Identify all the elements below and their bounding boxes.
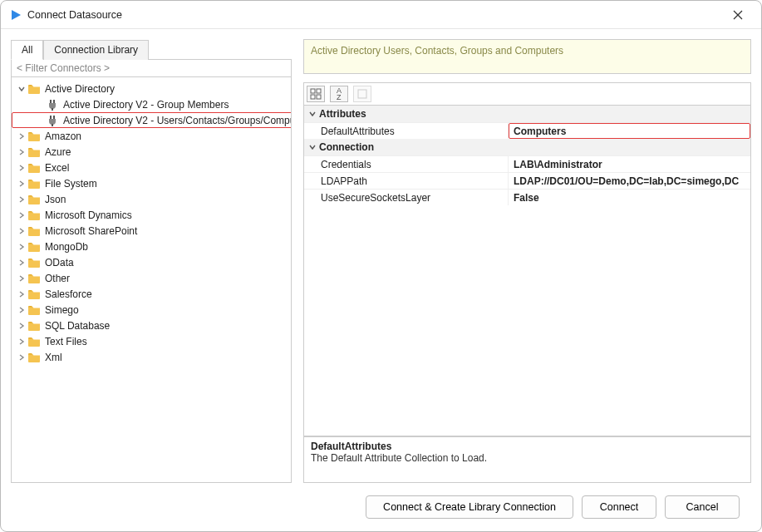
description-title: DefaultAttributes xyxy=(311,441,744,452)
chevron-right-icon[interactable] xyxy=(15,319,28,332)
chevron-right-icon[interactable] xyxy=(15,240,28,254)
chevron-right-icon[interactable] xyxy=(15,193,28,206)
folder-icon xyxy=(28,258,40,268)
svg-rect-10 xyxy=(317,89,321,93)
close-button[interactable] xyxy=(723,3,753,27)
tree-node-sql[interactable]: SQL Database xyxy=(12,318,292,333)
prop-name: DefaultAttributes xyxy=(304,123,509,139)
tree-node-xml[interactable]: Xml xyxy=(12,349,292,365)
tree-node-amazon[interactable]: Amazon xyxy=(12,128,292,144)
folder-icon xyxy=(28,210,40,220)
tree-node-mongodb[interactable]: MongoDb xyxy=(12,239,292,254)
svg-marker-0 xyxy=(12,10,21,20)
chevron-right-icon[interactable] xyxy=(15,209,28,222)
property-description: DefaultAttributes The Default Attribute … xyxy=(303,436,751,483)
chevron-right-icon[interactable] xyxy=(15,177,28,190)
prop-value[interactable]: False xyxy=(509,190,750,205)
svg-rect-13 xyxy=(358,90,366,98)
description-banner: Active Directory Users, Contacts, Groups… xyxy=(303,39,751,74)
tree-node-filesystem[interactable]: File System xyxy=(12,175,292,191)
left-panel: All Connection Library < Filter Connecto… xyxy=(11,39,292,483)
sort-az-button[interactable]: AZ xyxy=(330,86,348,102)
tree-node-ad-group-members[interactable]: Active Directory V2 - Group Members xyxy=(12,96,292,112)
right-panel: Active Directory Users, Contacts, Groups… xyxy=(303,39,751,483)
prop-credentials[interactable]: Credentials LAB\Administrator xyxy=(304,155,750,172)
tree-node-ms-dynamics[interactable]: Microsoft Dynamics xyxy=(12,207,292,223)
prop-value[interactable]: LAB\Administrator xyxy=(509,156,750,172)
connector-icon xyxy=(47,99,58,111)
tree-node-azure[interactable]: Azure xyxy=(12,144,292,160)
prop-name: LDAPPath xyxy=(304,173,509,189)
prop-value[interactable]: LDAP://DC01/OU=Demo,DC=lab,DC=simego,DC xyxy=(509,173,750,189)
chevron-right-icon[interactable] xyxy=(15,335,28,348)
connector-tree[interactable]: Active Directory Active Directory V2 - G… xyxy=(11,77,292,483)
svg-rect-3 xyxy=(50,100,52,103)
dialog-window: Connect Datasource All Connection Librar… xyxy=(0,0,762,532)
tree-node-json[interactable]: Json xyxy=(12,191,292,207)
prop-name: Credentials xyxy=(304,156,509,172)
chevron-down-icon[interactable] xyxy=(306,107,319,121)
tree-node-textfiles[interactable]: Text Files xyxy=(12,333,292,349)
tree-node-label: Simego xyxy=(43,304,81,316)
window-title: Connect Datasource xyxy=(27,9,723,21)
category-label: Connection xyxy=(319,141,374,153)
tab-all[interactable]: All xyxy=(11,40,43,60)
tree-node-simego[interactable]: Simego xyxy=(12,302,292,318)
tree-node-excel[interactable]: Excel xyxy=(12,160,292,175)
dialog-footer: Connect & Create Library Connection Conn… xyxy=(11,483,751,531)
chevron-right-icon[interactable] xyxy=(15,351,28,364)
connect-button[interactable]: Connect xyxy=(582,495,656,519)
banner-text: Active Directory Users, Contacts, Groups… xyxy=(311,45,563,57)
tree-node-salesforce[interactable]: Salesforce xyxy=(12,286,292,302)
categorize-button[interactable] xyxy=(307,86,325,102)
property-grid[interactable]: Attributes DefaultAttributes Computers C… xyxy=(303,105,751,436)
chevron-down-icon[interactable] xyxy=(15,82,28,96)
tree-node-label: MongoDb xyxy=(43,241,90,253)
chevron-right-icon[interactable] xyxy=(15,272,28,285)
connector-icon xyxy=(47,115,58,126)
folder-icon xyxy=(28,242,40,252)
prop-name: UseSecureSocketsLayer xyxy=(304,190,509,205)
folder-icon xyxy=(28,305,40,315)
tree-node-other[interactable]: Other xyxy=(12,270,292,286)
property-pages-button[interactable] xyxy=(353,86,371,102)
prop-usesecure[interactable]: UseSecureSocketsLayer False xyxy=(304,189,750,205)
chevron-right-icon[interactable] xyxy=(15,224,28,238)
tree-node-label: File System xyxy=(43,178,99,190)
property-toolbar: AZ xyxy=(303,82,751,105)
titlebar: Connect Datasource xyxy=(1,1,761,29)
tree-node-label: SQL Database xyxy=(43,320,111,332)
tree-node-label: Microsoft Dynamics xyxy=(43,209,134,221)
filter-placeholder: < Filter Connectors > xyxy=(17,62,110,74)
chevron-right-icon[interactable] xyxy=(15,288,28,301)
prop-value[interactable]: Computers xyxy=(509,123,750,139)
svg-rect-9 xyxy=(311,89,315,93)
tree-node-ad-users-contacts[interactable]: Active Directory V2 - Users/Contacts/Gro… xyxy=(12,112,292,128)
chevron-right-icon[interactable] xyxy=(15,161,28,175)
tab-connection-library[interactable]: Connection Library xyxy=(43,40,149,60)
folder-icon xyxy=(28,163,40,173)
folder-icon xyxy=(28,131,40,141)
tree-node-label: Active Directory V2 - Users/Contacts/Gro… xyxy=(61,115,292,126)
tree-node-sharepoint[interactable]: Microsoft SharePoint xyxy=(12,223,292,239)
filter-input[interactable]: < Filter Connectors > xyxy=(11,59,292,77)
prop-defaultattributes[interactable]: DefaultAttributes Computers xyxy=(304,122,750,139)
svg-rect-4 xyxy=(53,100,55,103)
description-text: The Default Attribute Collection to Load… xyxy=(311,452,744,464)
category-attributes[interactable]: Attributes xyxy=(304,106,750,122)
prop-ldappath[interactable]: LDAPPath LDAP://DC01/OU=Demo,DC=lab,DC=s… xyxy=(304,172,750,189)
folder-icon xyxy=(28,352,40,362)
category-connection[interactable]: Connection xyxy=(304,139,750,155)
svg-rect-8 xyxy=(52,124,53,126)
chevron-right-icon[interactable] xyxy=(15,256,28,269)
chevron-right-icon[interactable] xyxy=(15,145,28,159)
chevron-right-icon[interactable] xyxy=(15,303,28,317)
tree-node-label: Excel xyxy=(43,162,71,174)
cancel-button[interactable]: Cancel xyxy=(665,495,740,519)
chevron-right-icon[interactable] xyxy=(15,130,28,143)
tree-node-odata[interactable]: OData xyxy=(12,254,292,270)
chevron-down-icon[interactable] xyxy=(306,140,319,154)
connect-create-library-button[interactable]: Connect & Create Library Connection xyxy=(366,495,573,519)
category-label: Attributes xyxy=(319,108,366,120)
tree-node-active-directory[interactable]: Active Directory xyxy=(12,81,292,96)
